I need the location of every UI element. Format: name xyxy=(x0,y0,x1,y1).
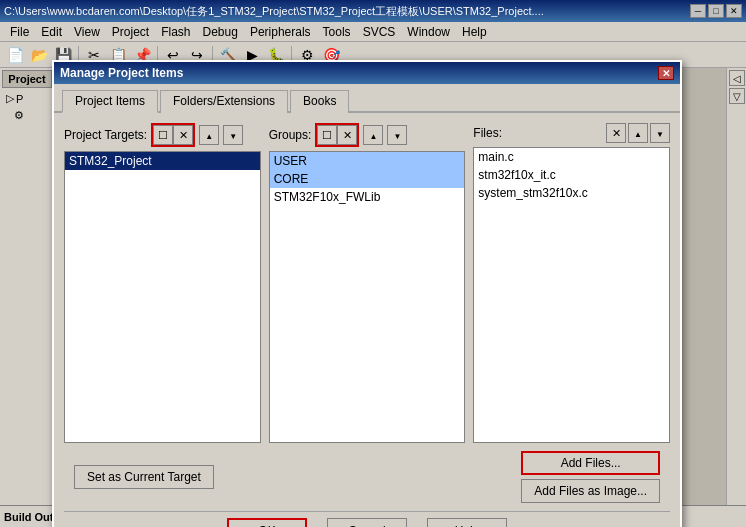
groups-column: Groups: ☐ ✕ xyxy=(269,123,466,443)
groups-list[interactable]: USER CORE STM32F10x_FWLib xyxy=(269,151,466,443)
groups-btn-group: ☐ ✕ xyxy=(315,123,359,147)
move-file-up-btn[interactable] xyxy=(628,123,648,143)
project-targets-list[interactable]: STM32_Project xyxy=(64,151,261,443)
delete-group-btn[interactable]: ✕ xyxy=(337,125,357,145)
new-icon: ☐ xyxy=(158,129,168,142)
groups-label: Groups: xyxy=(269,128,312,142)
project-targets-label: Project Targets: xyxy=(64,128,147,142)
file-item-2[interactable]: system_stm32f10x.c xyxy=(474,184,669,202)
file-action-group: Add Files... Add Files as Image... xyxy=(521,451,660,503)
tab-folders-extensions[interactable]: Folders/Extensions xyxy=(160,90,288,113)
tab-books[interactable]: Books xyxy=(290,90,349,113)
groups-header: Groups: ☐ ✕ xyxy=(269,123,466,147)
modal-bottom: Set as Current Target Add Files... Add F… xyxy=(64,443,670,511)
modal-title: Manage Project Items xyxy=(60,66,658,80)
files-list[interactable]: main.c stm32f10x_it.c system_stm32f10x.c xyxy=(473,147,670,443)
down-group-icon xyxy=(393,129,401,141)
delete-file-icon: ✕ xyxy=(612,127,621,140)
file-item-1[interactable]: stm32f10x_it.c xyxy=(474,166,669,184)
bottom-row-actions: Set as Current Target Add Files... Add F… xyxy=(74,451,660,503)
group-item-2[interactable]: STM32F10x_FWLib xyxy=(270,188,465,206)
add-files-btn[interactable]: Add Files... xyxy=(521,451,660,475)
add-files-image-btn[interactable]: Add Files as Image... xyxy=(521,479,660,503)
modal-close-btn[interactable]: ✕ xyxy=(658,66,674,80)
ok-button[interactable]: OK xyxy=(227,518,307,527)
files-header: Files: ✕ xyxy=(473,123,670,143)
manage-project-dialog: Manage Project Items ✕ Project Items Fol… xyxy=(52,60,682,527)
down-file-icon xyxy=(656,127,664,139)
files-column: Files: ✕ xyxy=(473,123,670,443)
delete-icon: ✕ xyxy=(179,129,188,142)
files-label: Files: xyxy=(473,126,502,140)
tab-project-items[interactable]: Project Items xyxy=(62,90,158,113)
files-header-actions: ✕ xyxy=(606,123,670,143)
up-icon xyxy=(205,129,213,141)
modal-overlay: Manage Project Items ✕ Project Items Fol… xyxy=(0,0,746,527)
help-button[interactable]: Help xyxy=(427,518,507,527)
group-item-1[interactable]: CORE xyxy=(270,170,465,188)
project-targets-btn-group: ☐ ✕ xyxy=(151,123,195,147)
new-group-btn[interactable]: ☐ xyxy=(317,125,337,145)
move-target-down-btn[interactable] xyxy=(223,125,243,145)
columns-container: Project Targets: ☐ ✕ xyxy=(64,123,670,443)
move-group-up-btn[interactable] xyxy=(363,125,383,145)
modal-content: Project Targets: ☐ ✕ xyxy=(54,113,680,527)
cancel-button[interactable]: Cancel xyxy=(327,518,407,527)
file-item-0[interactable]: main.c xyxy=(474,148,669,166)
up-group-icon xyxy=(369,129,377,141)
move-target-up-btn[interactable] xyxy=(199,125,219,145)
move-file-down-btn[interactable] xyxy=(650,123,670,143)
up-file-icon xyxy=(634,127,642,139)
target-item-0[interactable]: STM32_Project xyxy=(65,152,260,170)
project-targets-header: Project Targets: ☐ ✕ xyxy=(64,123,261,147)
tab-bar: Project Items Folders/Extensions Books xyxy=(54,84,680,113)
delete-group-icon: ✕ xyxy=(343,129,352,142)
new-group-icon: ☐ xyxy=(322,129,332,142)
delete-target-btn[interactable]: ✕ xyxy=(173,125,193,145)
ok-cancel-row: OK Cancel Help xyxy=(64,511,670,527)
down-icon xyxy=(229,129,237,141)
modal-titlebar: Manage Project Items ✕ xyxy=(54,62,680,84)
set-current-target-btn[interactable]: Set as Current Target xyxy=(74,465,214,489)
project-targets-column: Project Targets: ☐ ✕ xyxy=(64,123,261,443)
group-item-0[interactable]: USER xyxy=(270,152,465,170)
new-target-btn[interactable]: ☐ xyxy=(153,125,173,145)
move-group-down-btn[interactable] xyxy=(387,125,407,145)
delete-file-btn[interactable]: ✕ xyxy=(606,123,626,143)
